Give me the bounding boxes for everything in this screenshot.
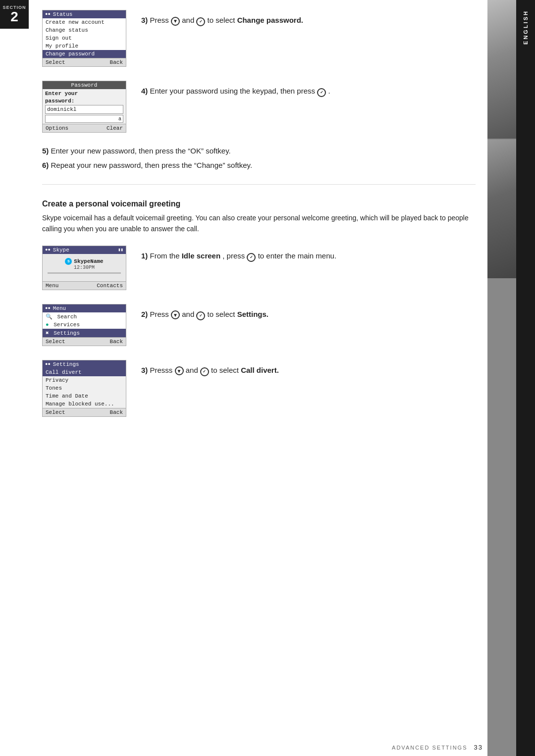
ok-button-icon4: ✓ [196,311,205,320]
ok-button-icon2: ✓ [317,88,326,97]
password-input2[interactable]: a [45,115,123,123]
signal-icon: ●● [45,12,51,17]
photo-strip [487,0,516,756]
settings-manage-blocked: Manage blocked use... [43,400,126,408]
password-title: Password [43,81,126,89]
settings-time-date: Time and Date [43,392,126,400]
step4-row: Password Enter your password: dominickl … [42,81,476,133]
settings-privacy: Privacy [43,376,126,384]
softkey-select[interactable]: Select [46,59,65,65]
part2-step1-number: 1) [141,252,148,260]
step3-row: ●● Status Create new account Change stat… [42,10,476,67]
softkey-back[interactable]: Back [110,59,123,65]
part2-step2-number: 2) [141,310,148,318]
language-label: ENGLISH [523,10,529,45]
section-number: 2 [10,10,18,24]
step3b-and: and [186,366,198,374]
part2-step3-text: 3) Presss ▼ and ✓ to select Call divert. [141,360,476,376]
idle-signal-icon: ●● [45,248,51,252]
step1-pre: From the [150,252,180,260]
services-icon: ● [46,322,49,328]
password-label2: password: [43,97,126,104]
menu-item-change-password: Change password [43,50,126,58]
idle-screen: ●● Skype ▮▮ S SkypeName 12:30PM Menu Con… [42,246,126,290]
ok-button-icon: ✓ [196,17,205,26]
step3-pre: Press [150,16,169,24]
step5-number: 5) [42,147,49,155]
password-input[interactable]: dominickl [45,105,123,114]
part2-step1-row: ●● Skype ▮▮ S SkypeName 12:30PM Menu Con… [42,246,476,290]
step5-content: Enter your new password, then press the … [51,147,231,155]
settings-call-divert: Call divert [43,368,126,376]
part2-step3-number: 3) [141,366,148,374]
down-arrow-icon2: ▼ [171,310,180,319]
menu-screen: ●● Menu 🔍 Search ● Services ✖ Settings S… [42,304,126,346]
part2-step3-row: ●● Settings Call divert Privacy Tones Ti… [42,360,476,417]
settings-icon: ✖ [46,330,49,336]
menu-settings: ✖ Settings [43,329,126,337]
settings-label: Settings [54,330,80,336]
step5-text: 5) Enter your new password, then press t… [42,147,476,155]
step3b-post: to select [211,366,239,374]
skype-name-row: S SkypeName [45,258,123,265]
menu-select-softkey[interactable]: Select [46,339,65,345]
menu-services: ● Services [43,321,126,329]
skype-icon: S [65,258,72,265]
status-titlebar: ●● Status [43,10,126,18]
ok-button-icon3: ✓ [247,253,256,262]
menu-back-softkey[interactable]: Back [110,339,123,345]
step3-text: 3) Press ▼ and ✓ to select Change passwo… [141,10,476,26]
menu-search: 🔍 Search [43,312,126,321]
main-content: ●● Status Create new account Change stat… [32,5,485,436]
step6-text: 6) Repeat your new password, then press … [42,161,476,169]
page-number: 33 [474,744,483,751]
step3-post: to select [208,16,235,24]
step1-post: , press [222,252,245,260]
menu-signal-icon: ●● [45,306,51,311]
step2-pre: Press [150,310,169,318]
settings-title: Settings [53,361,79,367]
settings-softkeys: Select Back [43,408,126,416]
step3-number: 3) [141,16,148,24]
menu-titlebar: ●● Menu [43,304,126,312]
menu-item-sign-out: Sign out [43,34,126,42]
part2-step2-text: 2) Press ▼ and ✓ to select Settings. [141,304,476,320]
step4-number: 4) [141,87,148,95]
password-label1: Enter your [43,89,126,97]
signal-bar [48,272,121,274]
password-screen: Password Enter your password: dominickl … [42,81,126,133]
step3-and: and [182,16,194,24]
step3b-bold: Call divert. [241,366,279,374]
options-softkey[interactable]: Options [46,125,68,131]
settings-select-softkey[interactable]: Select [46,409,65,415]
photo-1 [487,0,516,139]
search-label: Search [57,314,77,320]
settings-titlebar: ●● Settings [43,360,126,368]
services-label: Services [54,322,80,328]
clear-softkey[interactable]: Clear [107,125,123,131]
idle-titlebar: ●● Skype ▮▮ [43,246,126,254]
step3-bold: Change password. [237,16,303,24]
status-title: Status [53,11,73,17]
menu-item-my-profile: My profile [43,42,126,50]
settings-back-softkey[interactable]: Back [110,409,123,415]
part2-step2-row: ●● Menu 🔍 Search ● Services ✖ Settings S… [42,304,476,346]
ok-button-icon5: ✓ [200,367,209,376]
page-footer: ADVANCED SETTINGS 33 [392,744,483,751]
password-softkeys: Options Clear [43,124,126,132]
right-sidebar: ENGLISH [516,0,535,756]
step4-end: . [328,87,330,95]
status-softkeys: Select Back [43,58,126,66]
section-intro: Skype voicemail has a default voicemail … [42,212,476,235]
settings-screen: ●● Settings Call divert Privacy Tones Ti… [42,360,126,417]
section-heading: Create a personal voicemail greeting [42,200,476,208]
step4-main: Enter your password using the keypad, th… [150,87,316,95]
step6-content: Repeat your new password, then press the… [51,161,253,169]
idle-title: Skype [53,247,69,253]
password-value: dominickl [47,106,76,112]
step6-number: 6) [42,161,49,169]
battery-icon: ▮▮ [118,247,123,252]
contacts-softkey[interactable]: Contacts [97,283,123,289]
section-badge: SECTION 2 [0,0,29,29]
menu-softkey[interactable]: Menu [46,283,58,289]
